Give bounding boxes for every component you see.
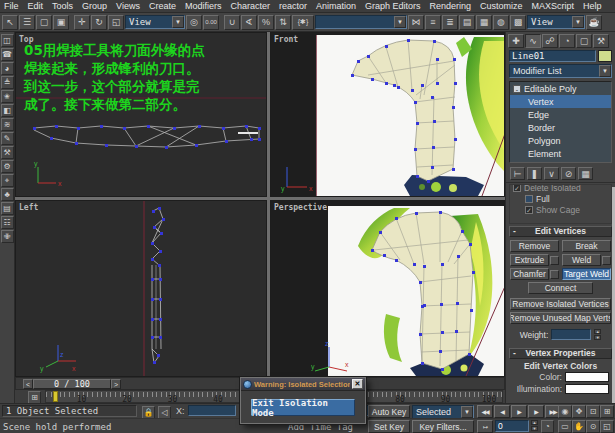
menu-item-customize[interactable]: Customize	[480, 1, 523, 11]
left-tool-10-icon[interactable]: ⚙	[1, 160, 14, 173]
menu-item-group[interactable]: Group	[82, 1, 107, 11]
menu-item-help[interactable]: Help	[583, 1, 602, 11]
frame-spinner[interactable]: ▲▼	[531, 420, 538, 431]
percent-snap-icon[interactable]: %	[258, 15, 274, 30]
chevron-down-icon[interactable]: ▼	[572, 16, 584, 28]
chamfer-settings-icon[interactable]	[550, 270, 559, 279]
stack-item-element[interactable]: Element	[510, 147, 611, 160]
left-tool-8-icon[interactable]: ✎	[1, 132, 14, 145]
move-icon[interactable]: ✛	[74, 15, 90, 30]
left-tool-13-icon[interactable]: ▤	[1, 202, 14, 215]
left-tool-15-icon[interactable]: ✙	[1, 230, 14, 243]
min-max-toggle-icon[interactable]: ◱	[600, 420, 614, 433]
full-checkbox[interactable]: Full	[513, 193, 608, 204]
left-tool-9-icon[interactable]: ⚒	[1, 146, 14, 159]
selection-filter-icon[interactable]: ▣	[53, 15, 69, 30]
close-icon[interactable]: ✕	[352, 379, 363, 389]
illumination-swatch[interactable]	[565, 384, 609, 394]
material-editor-icon[interactable]: ◍	[493, 15, 509, 30]
show-end-result-icon[interactable]: ❚	[527, 167, 542, 180]
extrude-button[interactable]: Extrude	[510, 254, 549, 266]
viewport-left[interactable]: Left	[15, 200, 267, 377]
current-frame-field[interactable]: 0	[495, 420, 529, 432]
pan-icon[interactable]: ✋	[572, 420, 586, 433]
named-selection-sets-dropdown[interactable]: ▼	[315, 15, 407, 29]
extrude-settings-icon[interactable]	[550, 256, 559, 265]
menu-item-reactor[interactable]: reactor	[279, 1, 307, 11]
viewport-top[interactable]: Top 05用焊接工具将刀面外缘的点焊接起来，形成锋利的刀口。到这一步，这个部分…	[15, 32, 267, 197]
scale-icon[interactable]: ◱	[108, 15, 124, 30]
menu-item-character[interactable]: Character	[230, 1, 270, 11]
motion-tab-icon[interactable]: ◔	[559, 34, 575, 48]
next-frame-arrow[interactable]: >	[111, 379, 121, 389]
time-slider-thumb[interactable]: < 0 / 100 >	[23, 379, 121, 389]
zoom-extents-icon[interactable]: ⊡	[586, 405, 600, 418]
menu-item-tools[interactable]: Tools	[52, 1, 73, 11]
hierarchy-tab-icon[interactable]: ☍	[542, 34, 558, 48]
quick-render-teapot-icon[interactable]: ☕	[586, 15, 602, 30]
viewport-front[interactable]: Front	[270, 32, 505, 197]
stack-item-edge[interactable]: Edge	[510, 108, 611, 121]
chevron-down-icon[interactable]: ▼	[461, 406, 473, 418]
set-key-button[interactable]: Set Key	[368, 420, 410, 433]
create-tab-icon[interactable]: ✚	[508, 34, 524, 48]
collapse-icon[interactable]: -	[513, 85, 521, 93]
exit-isolation-mode-button[interactable]: Exit Isolation Mode	[251, 399, 355, 416]
left-tool-7-icon[interactable]: ≋	[1, 118, 14, 131]
left-tool-2-icon[interactable]: ☎	[1, 48, 14, 61]
play-button[interactable]: ▶	[511, 405, 527, 418]
chevron-down-icon[interactable]: ▼	[394, 16, 406, 28]
modifier-list-dropdown[interactable]: Modifier List ▼	[509, 64, 612, 78]
spinner-snap-icon[interactable]: ⇅	[275, 15, 291, 30]
left-tool-5-icon[interactable]: ✬	[1, 90, 14, 103]
schematic-view-icon[interactable]: ▦	[476, 15, 492, 30]
angle-snap-icon[interactable]: ∢	[241, 15, 257, 30]
object-color-swatch[interactable]	[598, 50, 612, 62]
key-mode-toggle-icon[interactable]: ↦	[477, 420, 493, 433]
break-button[interactable]: Break	[562, 240, 611, 252]
time-configuration-icon[interactable]: ◔	[541, 420, 554, 433]
configure-modifier-sets-icon[interactable]: ▦	[578, 167, 593, 180]
dialog-title-bar[interactable]: Warning: Isolated Selection ✕	[241, 378, 365, 391]
render-type-dropdown[interactable]: View ▼	[527, 15, 585, 29]
zoom-extents-all-icon[interactable]: ⊞	[600, 405, 614, 418]
connect-button[interactable]: Connect	[528, 282, 593, 294]
left-tool-4-icon[interactable]: ≜	[1, 76, 14, 89]
menu-item-create[interactable]: Create	[149, 1, 176, 11]
menu-item-edit[interactable]: Edit	[28, 1, 44, 11]
edit-vertices-rollout-header[interactable]: - Edit Vertices	[509, 226, 612, 237]
remove-unused-map-verts-button[interactable]: Remove Unused Map Verts	[510, 312, 611, 324]
edit-keyboard-shortcuts-icon[interactable]: {✱}	[292, 15, 314, 30]
weight-spinner[interactable]: ▲▼	[594, 329, 601, 340]
chamfer-button[interactable]: Chamfer	[510, 268, 549, 280]
curve-editor-icon[interactable]: ▤	[459, 15, 475, 30]
reference-coordinate-dropdown[interactable]: View ▼	[125, 15, 185, 29]
snap-percent-icon[interactable]: 0.00	[203, 15, 219, 30]
menu-item-file[interactable]: File	[4, 1, 19, 11]
current-frame-marker[interactable]	[53, 391, 58, 402]
select-by-name-icon[interactable]: ☰	[19, 15, 35, 30]
left-tool-1-icon[interactable]: ◫	[1, 34, 14, 47]
menu-item-modifiers[interactable]: Modifiers	[185, 1, 222, 11]
stack-item-border[interactable]: Border	[510, 121, 611, 134]
left-tool-6-icon[interactable]: ◧	[1, 104, 14, 117]
stack-item-vertex[interactable]: Vertex	[510, 95, 611, 108]
previous-frame-button[interactable]: ◀	[494, 405, 510, 418]
chevron-down-icon[interactable]: ▼	[172, 16, 184, 28]
menu-item-rendering[interactable]: Rendering	[430, 1, 472, 11]
left-tool-11-icon[interactable]: ⌖	[1, 174, 14, 187]
mirror-icon[interactable]: ⋈	[408, 15, 424, 30]
snap-toggle-3d-icon[interactable]: ∪	[224, 15, 240, 30]
render-setup-icon[interactable]: ▩	[510, 15, 526, 30]
stack-item-editable-poly[interactable]: - Editable Poly	[510, 82, 611, 95]
use-pivot-center-icon[interactable]: ◎	[186, 15, 202, 30]
left-tool-12-icon[interactable]: ♣	[1, 188, 14, 201]
weight-field[interactable]	[551, 329, 591, 340]
left-tool-14-icon[interactable]: ☷	[1, 216, 14, 229]
zoom-icon[interactable]: ◉	[558, 405, 572, 418]
make-unique-icon[interactable]: ∨	[544, 167, 559, 180]
x-coordinate-field[interactable]	[188, 405, 236, 416]
vertex-color-swatch[interactable]	[565, 372, 609, 382]
object-name-field[interactable]: Line01	[509, 50, 596, 62]
zoom-extents-selected-icon[interactable]: ⊙	[586, 420, 600, 433]
